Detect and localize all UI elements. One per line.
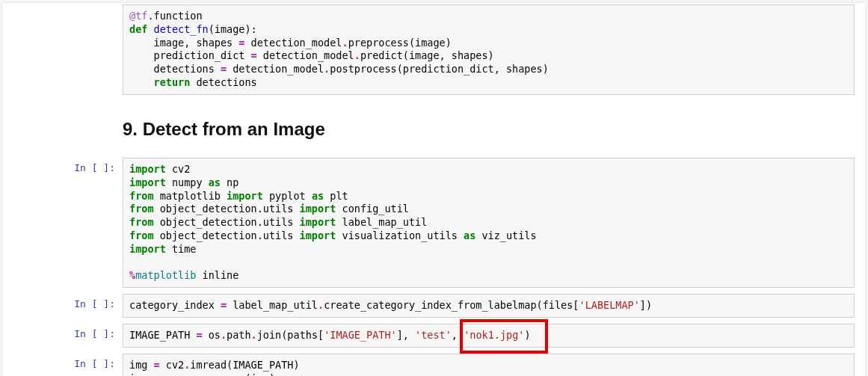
- notebook-container: @tf.function def detect_fn(image): image…: [3, 3, 865, 376]
- token-op: .: [318, 299, 324, 311]
- token-str: 'IMAGE_PATH': [324, 329, 397, 341]
- token-kw: import: [300, 203, 336, 215]
- input-area: img = cv2.imread(IMAGE_PATH) image_np = …: [123, 354, 855, 376]
- token-kw: import: [129, 243, 166, 255]
- input-prompt: In [ ]:: [3, 158, 123, 288]
- input-area: category_index = label_map_util.create_c…: [123, 294, 855, 318]
- code-cell: In [ ]:img = cv2.imread(IMAGE_PATH) imag…: [3, 352, 865, 376]
- token-op: .: [342, 37, 348, 49]
- input-prompt: [3, 4, 123, 95]
- code-input[interactable]: category_index = label_map_util.create_c…: [123, 294, 855, 318]
- token-op: =: [238, 37, 244, 49]
- token-kw: import: [129, 176, 166, 188]
- token-op: =: [251, 49, 257, 61]
- token-kw: import: [300, 216, 336, 228]
- input-area: import cv2 import numpy as np from matpl…: [123, 158, 855, 288]
- code-cell: In [ ]:category_index = label_map_util.c…: [3, 292, 865, 319]
- token-op: .: [184, 359, 190, 371]
- code-cell: @tf.function def detect_fn(image): image…: [3, 3, 865, 96]
- code-cell: In [ ]:IMAGE_PATH = os.path.join(paths['…: [3, 322, 865, 349]
- input-prompt: In [ ]:: [3, 294, 123, 318]
- token-str: 'test': [415, 329, 452, 341]
- token-op: .: [354, 49, 360, 61]
- token-op: .: [251, 329, 257, 341]
- input-area: IMAGE_PATH = os.path.join(paths['IMAGE_P…: [123, 324, 855, 348]
- code-input[interactable]: @tf.function def detect_fn(image): image…: [123, 4, 855, 95]
- token-op: =: [196, 329, 202, 341]
- token-op: =: [154, 359, 160, 371]
- token-op: %: [129, 269, 135, 281]
- token-kw: import: [300, 229, 336, 241]
- code-input[interactable]: IMAGE_PATH = os.path.join(paths['IMAGE_P…: [123, 324, 855, 348]
- token-kw: import: [227, 190, 263, 202]
- page-root: @tf.function def detect_fn(image): image…: [0, 3, 868, 376]
- token-op: .: [324, 63, 330, 75]
- input-prompt: In [ ]:: [3, 354, 123, 376]
- markdown-cell: 9. Detect from an Image: [3, 99, 865, 153]
- token-op: =: [221, 63, 227, 75]
- token-dec: @tf: [129, 10, 147, 22]
- token-op: .: [221, 329, 227, 341]
- token-op: =: [221, 299, 227, 311]
- token-kw: from: [129, 229, 154, 241]
- token-op: =: [184, 372, 190, 376]
- token-mag: matplotlib: [135, 269, 196, 281]
- token-fn: detect_fn: [154, 23, 209, 35]
- token-kw: return: [154, 76, 191, 88]
- input-area: @tf.function def detect_fn(image): image…: [123, 4, 855, 95]
- token-kw: as: [312, 190, 324, 202]
- markdown-output: 9. Detect from an Image: [123, 101, 855, 152]
- code-input[interactable]: import cv2 import numpy as np from matpl…: [123, 158, 855, 288]
- token-kw: from: [129, 216, 154, 228]
- token-kw: import: [129, 163, 166, 175]
- token-kw: def: [129, 23, 147, 35]
- section-heading: 9. Detect from an Image: [123, 119, 855, 140]
- token-kw: as: [209, 176, 221, 188]
- token-kw: from: [129, 190, 154, 202]
- token-kw: as: [464, 229, 475, 241]
- code-cell: In [ ]:import cv2 import numpy as np fro…: [3, 156, 865, 289]
- token-str: 'nok1.jpg': [464, 329, 524, 341]
- token-kw: from: [129, 203, 154, 215]
- input-prompt: In [ ]:: [3, 324, 123, 348]
- token-op: .: [209, 372, 215, 376]
- code-input[interactable]: img = cv2.imread(IMAGE_PATH) image_np = …: [123, 354, 855, 376]
- input-prompt: [3, 101, 123, 152]
- token-str: 'LABELMAP': [579, 299, 640, 311]
